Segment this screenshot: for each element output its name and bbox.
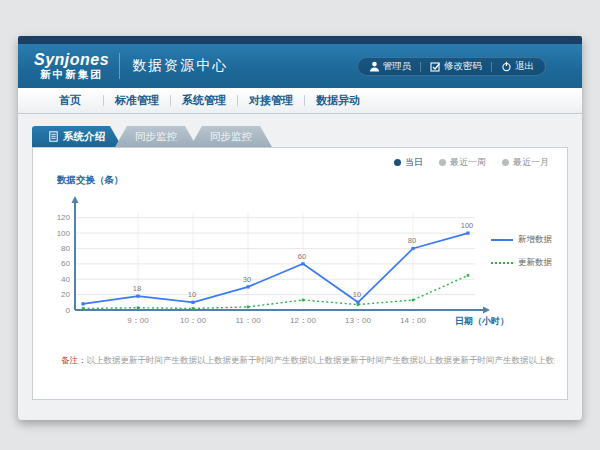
chart-legend: 新增数据 更新数据 [491, 234, 563, 280]
user-toolbar: 管理员 修改密码 退出 [357, 57, 547, 76]
tab-label: 同步监控 [210, 130, 252, 144]
time-filter-group: 当日 最近一周 最近一月 [394, 156, 549, 169]
data-point [246, 285, 249, 288]
y-tick-label: 80 [61, 244, 70, 253]
data-point [301, 262, 304, 265]
toolbar-separator [491, 62, 492, 72]
change-password-button[interactable]: 修改密码 [430, 60, 482, 73]
legend-label: 新增数据 [518, 234, 552, 246]
x-axis-arrow-icon [483, 307, 490, 314]
chart-panel: 当日 最近一周 最近一月 数据交换（条） 0204060801001209：00… [32, 147, 568, 400]
radio-label: 当日 [405, 156, 423, 169]
change-password-label: 修改密码 [444, 60, 482, 73]
data-point [192, 307, 195, 310]
footnote: 备注：以上数据更新于时间产生数据以上数据更新于时间产生数据以上数据更新于时间产生… [61, 355, 555, 367]
data-point-label: 10 [188, 290, 196, 299]
edit-icon [430, 61, 441, 72]
data-point-label: 18 [133, 284, 141, 293]
x-tick-label: 12：00 [290, 316, 316, 325]
logout-button[interactable]: 退出 [501, 60, 534, 73]
x-tick-label: 11：00 [235, 316, 261, 325]
current-user-button[interactable]: 管理员 [369, 60, 412, 73]
radio-last-month[interactable]: 最近一月 [502, 156, 549, 169]
tab-label: 同步监控 [135, 130, 177, 144]
y-tick-label: 100 [57, 229, 71, 238]
y-tick-label: 120 [57, 213, 71, 222]
x-tick-label: 13：00 [345, 316, 371, 325]
data-point [81, 302, 84, 305]
nav-item-home[interactable]: 首页 [44, 93, 96, 108]
nav-separator [304, 95, 305, 106]
x-tick-label: 10：00 [180, 316, 206, 325]
logo-brand-text: Synjones [34, 51, 109, 69]
footnote-text: 以上数据更新于时间产生数据以上数据更新于时间产生数据以上数据更新于时间产生数据以… [87, 355, 556, 365]
nav-separator [103, 95, 104, 106]
data-point [191, 301, 194, 304]
y-axis-arrow-icon [72, 196, 79, 203]
line-chart: 0204060801001209：0010：0011：0012：0013：001… [39, 188, 511, 340]
nav-item-system-mgmt[interactable]: 系统管理 [178, 93, 230, 108]
nav-item-interface-mgmt[interactable]: 对接管理 [245, 93, 297, 108]
app-header: Synjones 新中新集团 数据资源中心 管理员 修改密码 [18, 44, 582, 88]
nav-item-standard-mgmt[interactable]: 标准管理 [111, 93, 163, 108]
radio-dot-icon [439, 159, 446, 166]
data-point [467, 274, 470, 277]
data-point [247, 306, 250, 309]
user-icon [369, 61, 380, 72]
x-tick-label: 9：00 [127, 316, 149, 325]
tab-sync-monitor-2[interactable]: 同步监控 [190, 126, 272, 147]
data-point-label: 60 [298, 252, 306, 261]
logo-company-name: 新中新集团 [34, 69, 109, 81]
tab-system-intro[interactable]: 系统介绍 [32, 126, 122, 147]
footnote-prefix: 备注： [61, 355, 87, 365]
tab-label: 系统介绍 [63, 130, 105, 144]
company-logo: Synjones 新中新集团 [34, 51, 109, 80]
data-point-label: 30 [243, 275, 251, 284]
nav-separator [170, 95, 171, 106]
radio-dot-icon [394, 159, 401, 166]
data-point-label: 80 [408, 236, 416, 245]
data-point [411, 247, 414, 250]
y-tick-label: 60 [61, 259, 70, 268]
data-point [136, 295, 139, 298]
current-user-label: 管理员 [383, 60, 412, 73]
radio-label: 最近一月 [513, 156, 549, 169]
header-divider [119, 53, 120, 79]
radio-label: 最近一周 [450, 156, 486, 169]
data-point-label: 100 [461, 221, 474, 230]
legend-line-solid-icon [491, 239, 513, 241]
data-point [412, 299, 415, 302]
data-point [302, 299, 305, 302]
x-axis-label: 日期（小时） [455, 316, 509, 326]
data-point [137, 306, 140, 309]
radio-dot-icon [502, 159, 509, 166]
legend-item-update-data[interactable]: 更新数据 [491, 257, 563, 269]
main-nav: 首页 标准管理 系统管理 对接管理 数据异动 [18, 88, 582, 114]
y-tick-label: 0 [66, 306, 71, 315]
app-window: Synjones 新中新集团 数据资源中心 管理员 修改密码 [18, 36, 582, 420]
data-point [466, 231, 469, 234]
legend-label: 更新数据 [518, 257, 552, 269]
document-icon [49, 131, 58, 142]
y-tick-label: 20 [61, 290, 70, 299]
data-point [82, 307, 85, 310]
legend-line-dotted-icon [491, 262, 513, 264]
nav-separator [237, 95, 238, 106]
logout-label: 退出 [515, 60, 534, 73]
tab-bar: 系统介绍 同步监控 同步监控 [32, 126, 272, 147]
radio-last-week[interactable]: 最近一周 [439, 156, 486, 169]
x-tick-label: 14：00 [400, 316, 426, 325]
content-area: 系统介绍 同步监控 同步监控 当日 最近一周 [18, 114, 582, 420]
legend-item-new-data[interactable]: 新增数据 [491, 234, 563, 246]
data-point [357, 303, 360, 306]
tab-sync-monitor-1[interactable]: 同步监控 [115, 126, 197, 147]
power-icon [501, 61, 512, 72]
page-title: 数据资源中心 [132, 57, 228, 75]
nav-item-data-change[interactable]: 数据异动 [312, 93, 364, 108]
data-point-label: 10 [353, 290, 361, 299]
header-top-strip [18, 36, 582, 44]
radio-today[interactable]: 当日 [394, 156, 423, 169]
toolbar-separator [420, 62, 421, 72]
y-axis-label: 数据交换（条） [57, 174, 124, 187]
y-tick-label: 40 [61, 275, 70, 284]
